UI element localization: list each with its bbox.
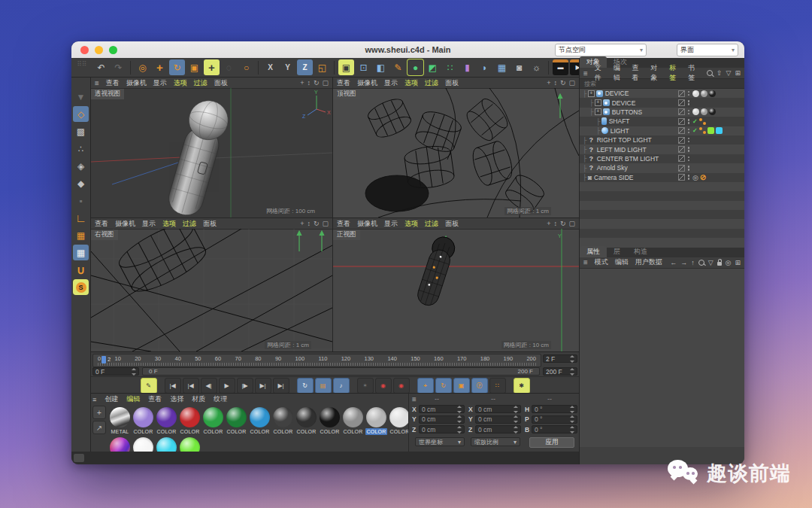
material-item[interactable] xyxy=(132,437,154,452)
menu-item-1[interactable]: 摄像机 xyxy=(357,219,377,229)
menu-item-1[interactable]: 编辑 xyxy=(615,257,629,267)
keyframe-selection-icon[interactable]: ◉ xyxy=(393,378,410,394)
tree-row[interactable]: ├?CENTER BTM LIGHT xyxy=(580,154,744,163)
material-tag-icon[interactable] xyxy=(709,108,716,115)
target-tag-icon[interactable]: ◎ xyxy=(692,174,698,181)
top-view-canvas[interactable] xyxy=(333,88,579,217)
menu-item-0[interactable]: 查看 xyxy=(337,78,350,88)
menu-item-1[interactable]: 摄像机 xyxy=(357,78,377,88)
interface-select[interactable]: 界面▾ xyxy=(677,44,738,56)
edges-mode-icon[interactable]: ◈ xyxy=(73,158,89,174)
key-position-icon[interactable]: + xyxy=(417,378,434,394)
material-item[interactable]: COLOR xyxy=(389,406,408,435)
material-tag-icon[interactable] xyxy=(692,108,699,115)
perspective-view-canvas[interactable]: Y Z X xyxy=(91,88,332,217)
coord-field[interactable]: 0 ° xyxy=(532,415,577,424)
coord-field[interactable]: 0 cm xyxy=(475,405,521,413)
menu-item-4[interactable]: 过滤 xyxy=(194,78,208,88)
spinner-icon[interactable] xyxy=(513,406,518,413)
maximize-view-icon[interactable]: ▢ xyxy=(568,79,575,87)
render-active-view-icon[interactable]: ▬ xyxy=(553,59,568,75)
visibility-dots-icon[interactable] xyxy=(688,91,690,96)
menu-item-0[interactable]: 查看 xyxy=(95,219,108,229)
edit-toggle-icon[interactable] xyxy=(678,137,685,144)
redo-icon[interactable]: ↷ xyxy=(111,59,126,75)
lock-icon[interactable] xyxy=(717,262,722,266)
search-icon[interactable] xyxy=(698,260,704,266)
edit-toggle-icon[interactable] xyxy=(678,108,685,115)
pan-icon[interactable]: + xyxy=(547,79,550,87)
key-scale-icon[interactable]: ▣ xyxy=(453,378,470,394)
menu-item-2[interactable]: 查看 xyxy=(148,394,162,404)
visibility-dots-icon[interactable] xyxy=(688,119,690,124)
filter-icon[interactable]: ▽ xyxy=(708,259,714,266)
menu-item-4[interactable]: 过滤 xyxy=(425,78,438,88)
menu-item-5[interactable]: 面板 xyxy=(445,78,459,88)
texture-mode-icon[interactable]: ▩ xyxy=(73,123,89,139)
coord-field[interactable]: 0 cm xyxy=(419,405,465,413)
maximize-view-icon[interactable]: ▢ xyxy=(322,220,329,227)
menu-item-5[interactable]: 纹理 xyxy=(214,394,227,404)
y-axis-lock-icon[interactable]: Y xyxy=(280,59,295,75)
menu-item-4[interactable]: 标签 xyxy=(669,63,681,83)
camera-icon[interactable]: ◙ xyxy=(511,59,527,75)
right-view-canvas[interactable] xyxy=(91,229,332,351)
menu-item-0[interactable]: 创建 xyxy=(105,394,118,404)
goto-end-icon[interactable]: ▶| xyxy=(273,378,289,394)
tree-row[interactable]: ├?RIGHT TOP LIGHT xyxy=(580,135,744,144)
menu-item-0[interactable]: 查看 xyxy=(106,78,120,88)
orbit-icon[interactable]: ↻ xyxy=(314,220,320,227)
visibility-dots-icon[interactable] xyxy=(688,138,690,143)
top-level-icon[interactable]: ⇧ xyxy=(717,69,723,77)
phong-tag-icon[interactable] xyxy=(699,127,706,134)
timeline-start-field[interactable]: 0 F xyxy=(92,367,139,376)
visibility-dots-icon[interactable] xyxy=(688,157,690,162)
material-item[interactable]: COLOR xyxy=(179,406,201,435)
enabled-check-icon[interactable]: ✓ xyxy=(692,127,698,134)
menu-item-3[interactable]: 选项 xyxy=(404,78,418,88)
menu-item-3[interactable]: 选择 xyxy=(170,394,183,404)
tree-row[interactable]: ├+DEVICE xyxy=(580,98,744,107)
active-tool-icon[interactable]: + xyxy=(204,59,220,75)
spinner-icon[interactable] xyxy=(456,426,462,433)
sound-icon[interactable]: ♪ xyxy=(333,378,350,394)
primitive-cube-icon[interactable]: ◧ xyxy=(373,59,389,75)
expander-icon[interactable]: + xyxy=(595,99,601,106)
snap-settings-icon[interactable]: S xyxy=(73,279,89,295)
environment-icon[interactable]: ▦ xyxy=(494,59,510,75)
play-icon[interactable]: ▶ xyxy=(219,378,235,394)
orbit-icon[interactable]: ↻ xyxy=(314,79,320,87)
light-color-tag-icon[interactable] xyxy=(707,127,714,134)
material-item[interactable]: COLOR xyxy=(272,406,294,435)
tree-row[interactable]: ├+DEVICE xyxy=(580,89,744,98)
expander-icon[interactable]: + xyxy=(588,90,595,97)
tab-layers[interactable]: 层 xyxy=(607,246,627,257)
menu-item-3[interactable]: 对象 xyxy=(650,63,662,83)
key-parameter-icon[interactable]: Ⓟ xyxy=(471,378,488,394)
menu-item-2[interactable]: 显示 xyxy=(153,78,167,88)
material-item[interactable]: COLOR xyxy=(132,406,154,435)
material-tag-icon[interactable] xyxy=(692,90,699,97)
menu-item-4[interactable]: 材质 xyxy=(192,394,205,404)
menu-item-2[interactable]: 显示 xyxy=(384,219,398,229)
dolly-icon[interactable]: ↕ xyxy=(307,79,311,87)
orbit-icon[interactable]: ↻ xyxy=(560,79,566,87)
material-item[interactable] xyxy=(109,437,131,452)
node-space-select[interactable]: 节点空间▾ xyxy=(555,44,647,56)
material-item[interactable]: COLOR xyxy=(202,406,224,435)
coord-field[interactable]: 0 cm xyxy=(475,415,521,424)
menu-burger-icon[interactable]: ≡ xyxy=(583,69,588,78)
record-keyframe-icon[interactable]: ✎ xyxy=(141,378,157,394)
tree-row[interactable]: ├?LEFT MID LIGHT xyxy=(580,144,744,154)
next-key-icon[interactable]: ▶| xyxy=(255,378,271,394)
menu-item-2[interactable]: 查看 xyxy=(632,63,644,83)
back-arrow-icon[interactable]: ← xyxy=(670,259,677,266)
keyframe-bar-icon[interactable]: ▤ xyxy=(315,378,332,394)
menu-item-2[interactable]: 显示 xyxy=(142,219,156,229)
deformer-icon[interactable]: ▮ xyxy=(459,59,475,75)
lock-workplane-icon[interactable]: ▦ xyxy=(73,245,89,260)
front-view-canvas[interactable]: Y xyxy=(333,229,579,351)
add-material-button[interactable]: + xyxy=(92,406,106,419)
menu-item-1[interactable]: 编辑 xyxy=(614,63,626,83)
motion-system-icon[interactable]: ✱ xyxy=(514,378,530,394)
